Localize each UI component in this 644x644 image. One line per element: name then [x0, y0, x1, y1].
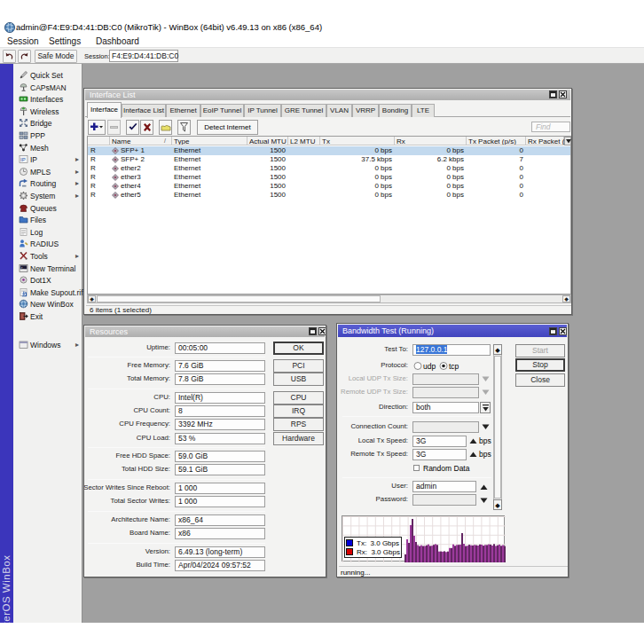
svg-text:IP: IP — [20, 157, 26, 162]
